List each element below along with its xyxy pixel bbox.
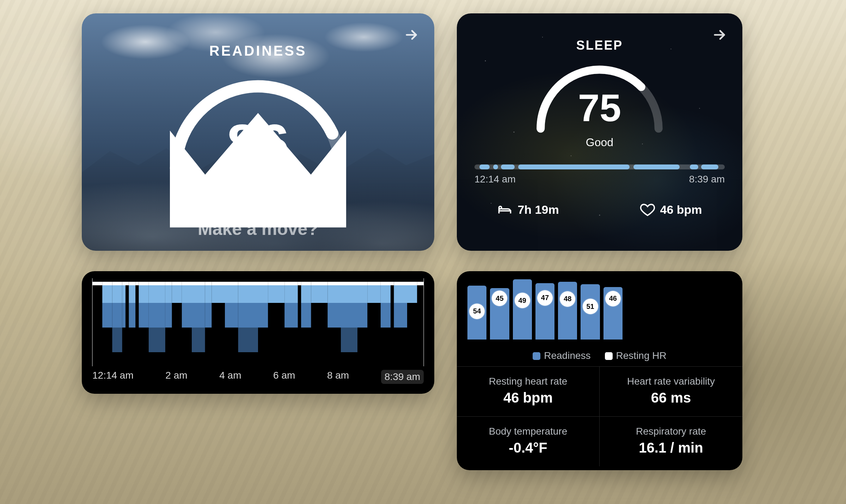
svg-rect-52 xyxy=(284,282,298,285)
svg-rect-63 xyxy=(327,303,341,328)
svg-rect-59 xyxy=(311,282,327,285)
svg-rect-66 xyxy=(341,303,357,328)
vital-resp-label: Respiratory rate xyxy=(603,426,739,437)
svg-rect-16 xyxy=(139,282,149,285)
svg-rect-11 xyxy=(125,282,129,285)
sleep-hr: 46 bpm xyxy=(660,203,702,217)
svg-rect-17 xyxy=(139,285,149,303)
svg-rect-79 xyxy=(394,303,407,328)
sleep-segment xyxy=(479,164,489,169)
svg-rect-72 xyxy=(367,285,381,303)
hypnogram-chart xyxy=(82,271,434,370)
sleep-hr-stat: 46 bpm xyxy=(640,202,702,217)
hypnogram-card[interactable]: 12:14 am2 am4 am6 am8 am8:39 am xyxy=(82,271,434,394)
hypno-tick: 8:39 am xyxy=(381,370,424,384)
readiness-score: 86 xyxy=(152,112,364,176)
vital-hrv: Heart rate variability 66 ms xyxy=(600,366,742,416)
vital-rhr-label: Resting heart rate xyxy=(460,376,596,387)
vital-resp-value: 16.1 / min xyxy=(603,440,739,456)
svg-rect-7 xyxy=(112,328,122,352)
svg-rect-21 xyxy=(149,303,165,328)
legend-rhr: Resting HR xyxy=(616,350,667,361)
svg-rect-30 xyxy=(182,303,192,328)
svg-rect-38 xyxy=(212,282,225,285)
sleep-segment xyxy=(690,164,699,169)
svg-rect-0 xyxy=(92,282,102,285)
svg-rect-15 xyxy=(135,282,139,285)
rhr-badge: 54 xyxy=(469,304,485,319)
daily-bar: 48 xyxy=(558,282,577,340)
svg-rect-14 xyxy=(129,303,135,328)
legend-readiness: Readiness xyxy=(544,350,590,361)
svg-rect-60 xyxy=(311,285,327,303)
svg-rect-42 xyxy=(225,303,238,328)
sleep-open-arrow[interactable] xyxy=(707,23,732,47)
daily-legend: Readiness Resting HR xyxy=(457,349,742,366)
svg-rect-28 xyxy=(182,282,192,285)
vital-resp: Respiratory rate 16.1 / min xyxy=(600,416,742,466)
svg-rect-80 xyxy=(407,282,417,285)
svg-rect-49 xyxy=(258,303,268,328)
svg-rect-64 xyxy=(341,282,357,285)
svg-rect-12 xyxy=(129,282,135,285)
svg-rect-53 xyxy=(284,285,298,303)
sleep-timeline xyxy=(474,164,725,169)
rhr-badge: 49 xyxy=(515,293,530,308)
svg-rect-8 xyxy=(122,282,125,285)
svg-rect-55 xyxy=(298,282,301,285)
sleep-card[interactable]: SLEEP 75 Good 12:14 am 8:39 am 7h 19m 46… xyxy=(457,13,742,251)
svg-rect-78 xyxy=(394,285,407,303)
svg-rect-9 xyxy=(122,285,125,303)
svg-rect-31 xyxy=(192,282,205,285)
svg-rect-2 xyxy=(102,285,112,303)
svg-rect-58 xyxy=(301,303,311,328)
svg-rect-44 xyxy=(238,285,258,303)
svg-rect-26 xyxy=(172,282,182,285)
svg-rect-24 xyxy=(165,285,172,303)
svg-rect-71 xyxy=(367,282,381,285)
hypno-tick: 2 am xyxy=(165,370,187,384)
hypno-tick: 4 am xyxy=(219,370,241,384)
readiness-gauge: 86 xyxy=(152,66,364,179)
rhr-badge: 46 xyxy=(605,291,621,306)
svg-rect-39 xyxy=(212,285,225,303)
arrow-right-icon xyxy=(711,27,728,43)
svg-rect-20 xyxy=(149,285,165,303)
vitals-card[interactable]: 54454947485146 Readiness Resting HR Rest… xyxy=(457,271,742,470)
legend-swatch-rhr xyxy=(605,352,613,360)
bed-icon xyxy=(497,202,513,217)
readiness-open-arrow[interactable] xyxy=(399,23,424,47)
svg-rect-77 xyxy=(394,282,407,285)
svg-rect-82 xyxy=(417,282,424,285)
hypno-tick: 12:14 am xyxy=(92,370,134,384)
svg-rect-23 xyxy=(165,282,172,285)
svg-rect-35 xyxy=(205,282,212,285)
sleep-title: SLEEP xyxy=(457,38,742,53)
readiness-card[interactable]: READINESS 86 Optimal Make a move? xyxy=(82,13,434,251)
sleep-start-time: 12:14 am xyxy=(474,174,516,185)
svg-rect-74 xyxy=(381,285,391,303)
svg-rect-4 xyxy=(112,282,122,285)
svg-rect-33 xyxy=(192,303,205,328)
svg-rect-27 xyxy=(172,285,182,303)
svg-rect-29 xyxy=(182,285,192,303)
heart-icon xyxy=(640,202,655,217)
svg-rect-10 xyxy=(122,303,125,328)
svg-rect-81 xyxy=(407,285,417,303)
vital-hrv-label: Heart rate variability xyxy=(603,376,739,387)
svg-rect-57 xyxy=(301,285,311,303)
legend-swatch-readiness xyxy=(533,352,540,360)
svg-rect-34 xyxy=(192,328,205,352)
svg-rect-48 xyxy=(258,285,268,303)
svg-rect-50 xyxy=(268,282,284,285)
svg-rect-70 xyxy=(357,303,367,328)
rhr-badge: 47 xyxy=(537,290,553,306)
svg-rect-43 xyxy=(238,282,258,285)
daily-bar: 54 xyxy=(467,286,486,340)
svg-rect-61 xyxy=(327,282,341,285)
svg-rect-46 xyxy=(238,328,258,352)
arrow-right-icon xyxy=(403,27,419,43)
sleep-segment xyxy=(701,164,719,169)
svg-rect-69 xyxy=(357,285,367,303)
daily-bar: 45 xyxy=(490,288,509,340)
